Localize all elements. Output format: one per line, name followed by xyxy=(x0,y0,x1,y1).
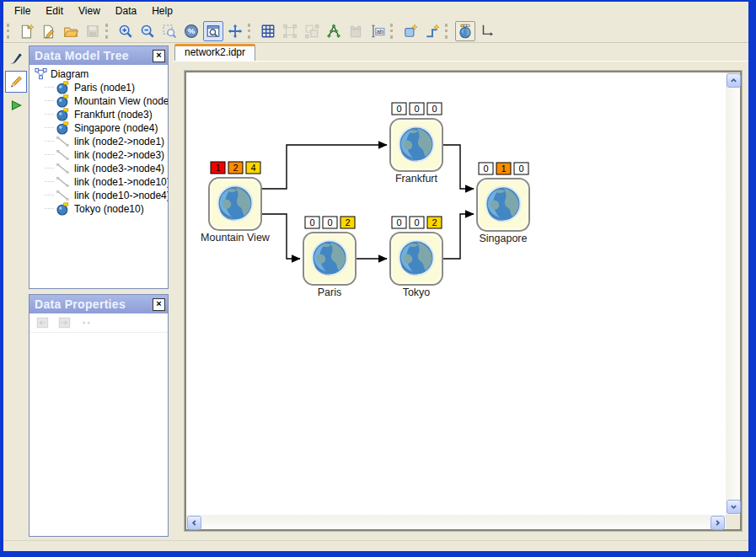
data-model-tree-title: Data Model Tree xyxy=(35,49,153,62)
scroll-up-button[interactable] xyxy=(727,73,741,88)
zoom-area-button[interactable] xyxy=(159,21,180,41)
scroll-right-button[interactable] xyxy=(710,516,725,530)
svg-text:0: 0 xyxy=(327,217,332,228)
menu-file[interactable]: File xyxy=(7,3,38,19)
svg-text:0: 0 xyxy=(396,217,401,228)
dock-right-button xyxy=(56,313,74,332)
document-tab-bar: network2.idpr xyxy=(173,43,748,61)
scroll-left-button[interactable] xyxy=(187,516,201,530)
link-node3-node4[interactable] xyxy=(442,145,474,189)
tree-connector xyxy=(45,87,54,88)
diagram-node-mountain-view[interactable]: 124Mountain View xyxy=(201,162,271,244)
edit-wizard-icon xyxy=(41,24,56,39)
brush-tool-button[interactable] xyxy=(5,47,27,69)
globe-tool-button[interactable] xyxy=(455,21,475,41)
zoom-in-icon xyxy=(118,24,133,39)
main-area: network2.idpr 124Mountain View000Frankfu… xyxy=(173,43,748,540)
chevron-down-icon xyxy=(730,503,737,511)
node-icon xyxy=(56,201,71,217)
tree-item-link-node2-node3[interactable]: link (node2->node3) xyxy=(35,148,168,162)
tree-connector xyxy=(45,141,54,142)
tree-item-paris-node1[interactable]: Paris (node1) xyxy=(35,81,168,94)
elbow-link-icon xyxy=(480,24,495,39)
tab-network2-idpr[interactable]: network2.idpr xyxy=(174,44,255,61)
link-node10-node4[interactable] xyxy=(442,214,474,259)
new-node-icon xyxy=(403,24,418,39)
svg-text:1: 1 xyxy=(501,163,506,174)
tree-item-frankfurt-node3[interactable]: Frankfurt (node3) xyxy=(35,108,168,121)
pencil-tool-button[interactable] xyxy=(5,71,27,93)
node-label: Singapore xyxy=(480,233,528,244)
tree-item-label: Mountain View (node2) xyxy=(74,95,168,107)
new-link-button[interactable] xyxy=(422,21,442,41)
svg-text:0: 0 xyxy=(414,217,419,228)
dock-left-button xyxy=(34,313,52,332)
vertical-scrollbar[interactable] xyxy=(726,72,740,515)
status-bar xyxy=(3,540,748,551)
brush-icon xyxy=(8,51,24,66)
data-properties-panel: Data Properties × xyxy=(29,294,169,537)
left-panel-column: Data Model Tree × DiagramParis (node1)Mo… xyxy=(29,43,169,540)
horizontal-scrollbar[interactable] xyxy=(186,515,726,529)
network-diagram: 124Mountain View000Frankfurt002Paris002T… xyxy=(186,72,726,510)
diagram-node-paris[interactable]: 002Paris xyxy=(303,217,356,298)
new-document-button[interactable] xyxy=(17,21,37,41)
node-badges: 000 xyxy=(392,103,442,115)
data-model-tree: DiagramParis (node1)Mountain View (node2… xyxy=(29,65,168,288)
data-model-tree-panel: Data Model Tree × DiagramParis (node1)Mo… xyxy=(29,46,169,289)
svg-text:0: 0 xyxy=(414,104,419,114)
data-properties-body xyxy=(29,333,168,536)
node-label: Paris xyxy=(318,287,341,298)
zoom-out-button[interactable] xyxy=(137,21,158,41)
tree-item-tokyo-node10[interactable]: Tokyo (node10) xyxy=(35,202,168,216)
node-badges: 002 xyxy=(392,217,442,228)
node-badges: 124 xyxy=(211,162,260,174)
tree-item-link-node1-node10[interactable]: link (node1->node10) xyxy=(35,175,168,189)
chevron-up-icon xyxy=(730,77,737,84)
tree-connector xyxy=(45,168,54,169)
tree-item-mountain-view-node2[interactable]: Mountain View (node2) xyxy=(35,94,168,108)
edit-wizard-button[interactable] xyxy=(39,21,59,41)
link-node2-node3[interactable] xyxy=(261,145,387,189)
diagram-node-tokyo[interactable]: 002Tokyo xyxy=(390,217,442,298)
left-tool-rail xyxy=(3,43,29,540)
label-button[interactable]: ab xyxy=(367,21,388,41)
pan-button[interactable] xyxy=(225,21,245,41)
save-button xyxy=(83,21,103,41)
tree-item-label: Singapore (node4) xyxy=(74,122,158,134)
run-tool-button[interactable] xyxy=(5,94,27,116)
diagram-canvas[interactable]: 124Mountain View000Frankfurt002Paris002T… xyxy=(186,72,726,515)
ungroup-button xyxy=(302,21,322,41)
tree-item-singapore-node4[interactable]: Singapore (node4) xyxy=(35,121,168,135)
grid-button[interactable] xyxy=(258,21,278,41)
menu-help[interactable]: Help xyxy=(144,3,180,19)
menu-view[interactable]: View xyxy=(71,3,108,19)
tree-item-link-node3-node4[interactable]: link (node3->node4) xyxy=(35,162,168,175)
toolbar-grip xyxy=(105,24,110,39)
elbow-link-button[interactable] xyxy=(477,21,497,41)
svg-text:0: 0 xyxy=(432,104,437,114)
scroll-down-button[interactable] xyxy=(727,500,741,514)
dock-right-icon xyxy=(57,315,72,330)
data-properties-close-button[interactable]: × xyxy=(153,298,165,311)
svg-text:%: % xyxy=(188,26,196,35)
diagram-node-singapore[interactable]: 010Singapore xyxy=(477,163,529,244)
zoom-in-button[interactable] xyxy=(115,21,136,41)
tree-item-link-node2-node1[interactable]: link (node2->node1) xyxy=(35,135,168,148)
overview-button[interactable] xyxy=(203,21,223,41)
svg-text:2: 2 xyxy=(345,217,350,228)
diagram-node-frankfurt[interactable]: 000Frankfurt xyxy=(390,103,442,185)
tree-layout-button[interactable] xyxy=(324,21,344,41)
menu-data[interactable]: Data xyxy=(108,3,144,19)
node-badges: 002 xyxy=(305,217,355,228)
data-model-tree-close-button[interactable]: × xyxy=(153,50,165,62)
zoom-percent-button[interactable]: % xyxy=(181,21,201,41)
node-label: Mountain View xyxy=(201,232,271,244)
tree-item-diagram-root[interactable]: Diagram xyxy=(35,67,168,81)
document-tab-panel: 124Mountain View000Frankfurt002Paris002T… xyxy=(173,61,748,531)
tree-item-link-node10-node4[interactable]: link (node10->node4) xyxy=(35,189,168,202)
toolbar-grip xyxy=(390,24,395,39)
new-node-button[interactable] xyxy=(400,21,421,41)
menu-edit[interactable]: Edit xyxy=(38,3,71,19)
open-folder-button[interactable] xyxy=(61,21,81,41)
